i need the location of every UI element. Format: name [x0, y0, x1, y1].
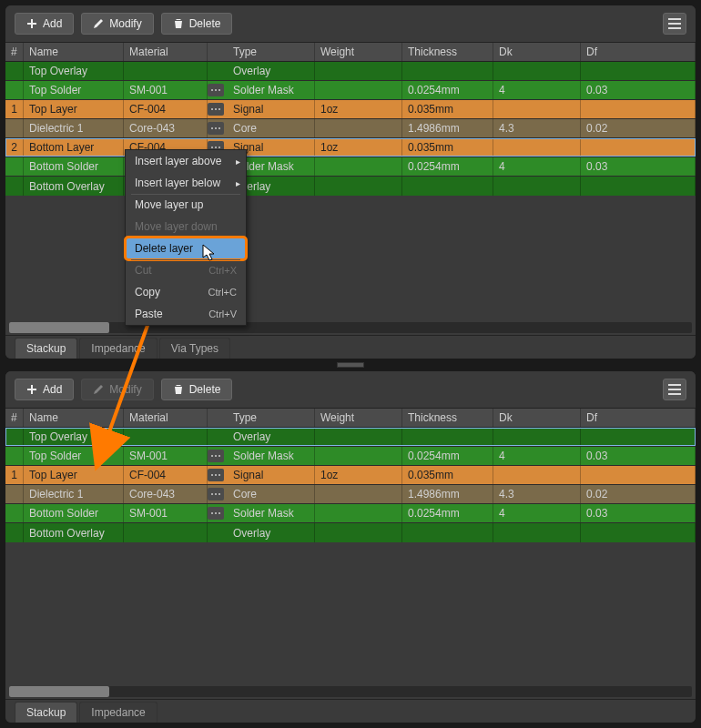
cell-material[interactable] — [124, 523, 208, 542]
cell-df[interactable] — [581, 177, 696, 196]
horizontal-scrollbar[interactable] — [9, 322, 692, 333]
scrollbar-thumb[interactable] — [9, 686, 109, 697]
col-thickness[interactable]: Thickness — [402, 43, 493, 61]
menu-item-insert-layer-below[interactable]: Insert layer below — [126, 172, 246, 194]
cell-thickness[interactable]: 0.0254mm — [402, 447, 493, 465]
material-picker[interactable] — [208, 504, 228, 522]
cell-dk[interactable]: 4 — [493, 447, 581, 465]
ellipsis-icon[interactable] — [208, 450, 224, 462]
cell-material[interactable]: CF-004 — [124, 100, 208, 118]
cell-name[interactable]: Top Solder — [24, 81, 124, 99]
cell-df[interactable] — [581, 138, 696, 157]
cell-thickness[interactable]: 0.035mm — [402, 466, 493, 484]
cell-df[interactable] — [581, 100, 696, 118]
cell-df[interactable]: 0.03 — [581, 81, 696, 99]
cell-type[interactable]: Solder Mask — [228, 447, 315, 465]
menu-item-move-layer-up[interactable]: Move layer up — [126, 194, 246, 216]
cell-weight[interactable] — [315, 428, 402, 446]
col-name[interactable]: Name — [24, 43, 124, 61]
col-type[interactable]: Type — [228, 409, 315, 427]
cell-thickness[interactable] — [402, 177, 493, 196]
cell-thickness[interactable]: 0.035mm — [402, 100, 493, 118]
table-row[interactable]: Bottom OverlayOverlay — [5, 523, 696, 542]
cell-dk[interactable]: 4 — [493, 157, 581, 176]
cell-weight[interactable]: 1oz — [315, 138, 402, 157]
cell-thickness[interactable] — [402, 428, 493, 446]
cell-df[interactable]: 0.02 — [581, 119, 696, 137]
cell-thickness[interactable]: 0.0254mm — [402, 81, 493, 99]
material-picker[interactable] — [208, 100, 228, 118]
table-row[interactable]: Bottom SolderSM-001Solder Mask0.0254mm40… — [5, 504, 696, 523]
ellipsis-icon[interactable] — [208, 84, 224, 96]
table-row[interactable]: Top OverlayOverlay — [5, 62, 696, 81]
cell-type[interactable]: Signal — [228, 100, 315, 118]
cell-dk[interactable] — [493, 466, 581, 484]
tab-via-types[interactable]: Via Types — [159, 338, 230, 359]
cell-name[interactable]: Bottom Overlay — [24, 523, 124, 542]
cell-name[interactable]: Top Overlay — [24, 62, 124, 80]
table-row[interactable]: Dielectric 1Core-043Core1.4986mm4.30.02 — [5, 485, 696, 504]
col-material[interactable]: Material — [124, 43, 208, 61]
cell-name[interactable]: Bottom Overlay — [24, 177, 124, 196]
scrollbar-thumb[interactable] — [9, 322, 109, 333]
cell-name[interactable]: Bottom Layer — [24, 138, 124, 157]
cell-type[interactable]: Signal — [228, 466, 315, 484]
cell-dk[interactable]: 4 — [493, 504, 581, 522]
cell-df[interactable]: 0.02 — [581, 485, 696, 503]
cell-material[interactable]: SM-001 — [124, 81, 208, 99]
delete-button[interactable]: Delete — [161, 13, 233, 35]
cell-weight[interactable] — [315, 157, 402, 176]
tab-stackup[interactable]: Stackup — [15, 338, 77, 359]
table-row[interactable]: Dielectric 1Core-043Core1.4986mm4.30.02 — [5, 119, 696, 138]
splitter[interactable] — [5, 360, 696, 369]
cell-name[interactable]: Dielectric 1 — [24, 119, 124, 137]
cell-weight[interactable] — [315, 447, 402, 465]
cell-weight[interactable] — [315, 81, 402, 99]
cell-dk[interactable] — [493, 177, 581, 196]
ellipsis-icon[interactable] — [208, 507, 224, 520]
cell-df[interactable]: 0.03 — [581, 157, 696, 176]
cell-name[interactable]: Bottom Solder — [24, 157, 124, 176]
cell-weight[interactable] — [315, 485, 402, 503]
menu-item-paste[interactable]: PasteCtrl+V — [126, 303, 246, 325]
ellipsis-icon[interactable] — [208, 122, 224, 135]
col-name[interactable]: Name — [24, 409, 124, 427]
cell-weight[interactable] — [315, 523, 402, 542]
menu-item-delete-layer[interactable]: Delete layer — [126, 238, 246, 259]
horizontal-scrollbar[interactable] — [9, 686, 692, 697]
col-weight[interactable]: Weight — [315, 43, 402, 61]
col-dk[interactable]: Dk — [493, 409, 581, 427]
cell-thickness[interactable]: 0.0254mm — [402, 157, 493, 176]
cell-material[interactable] — [124, 428, 208, 446]
col-thickness[interactable]: Thickness — [402, 409, 493, 427]
cell-dk[interactable]: 4.3 — [493, 119, 581, 137]
cell-weight[interactable] — [315, 119, 402, 137]
menu-button[interactable] — [663, 379, 686, 400]
cell-dk[interactable] — [493, 138, 581, 157]
col-idx[interactable]: # — [5, 43, 24, 61]
cell-dk[interactable]: 4 — [493, 81, 581, 99]
menu-item-copy[interactable]: CopyCtrl+C — [126, 281, 246, 303]
cell-material[interactable] — [124, 62, 208, 80]
cell-df[interactable] — [581, 428, 696, 446]
table-row[interactable]: Top OverlayOverlay — [5, 428, 696, 447]
menu-item-insert-layer-above[interactable]: Insert layer above — [126, 150, 246, 172]
cell-thickness[interactable] — [402, 523, 493, 542]
ellipsis-icon[interactable] — [208, 103, 224, 116]
cell-material[interactable]: SM-001 — [124, 447, 208, 465]
cell-name[interactable]: Bottom Solder — [24, 504, 124, 522]
cell-thickness[interactable]: 1.4986mm — [402, 485, 493, 503]
cell-name[interactable]: Top Layer — [24, 466, 124, 484]
cell-name[interactable]: Top Layer — [24, 100, 124, 118]
tab-impedance[interactable]: Impedance — [79, 702, 157, 723]
cell-type[interactable]: Overlay — [228, 62, 315, 80]
cell-type[interactable]: Core — [228, 119, 315, 137]
material-picker[interactable] — [208, 119, 228, 137]
cell-type[interactable]: Solder Mask — [228, 81, 315, 99]
material-picker[interactable] — [208, 485, 228, 503]
table-row[interactable]: 1Top LayerCF-004Signal1oz0.035mm — [5, 466, 696, 485]
col-material[interactable]: Material — [124, 409, 208, 427]
cell-weight[interactable]: 1oz — [315, 466, 402, 484]
cell-material[interactable]: CF-004 — [124, 466, 208, 484]
cell-weight[interactable]: 1oz — [315, 100, 402, 118]
